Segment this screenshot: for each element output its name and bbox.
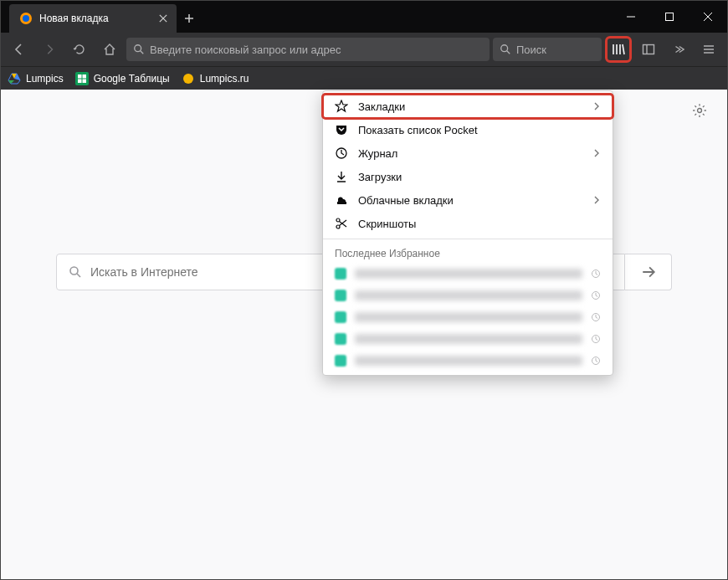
newtab-search-go-button[interactable] xyxy=(625,254,672,290)
clock-icon xyxy=(591,356,601,366)
bookmark-label: Google Таблицы xyxy=(94,73,170,85)
site-icon xyxy=(335,355,346,367)
active-tab[interactable]: Новая вкладка xyxy=(9,4,177,33)
bookmark-label: Lumpics.ru xyxy=(200,73,249,85)
recent-item-title xyxy=(355,312,582,322)
svg-rect-2 xyxy=(666,13,674,21)
svg-point-13 xyxy=(70,267,78,275)
chevron-right-icon xyxy=(592,102,601,110)
drive-icon xyxy=(8,72,21,85)
recent-item[interactable] xyxy=(323,285,613,306)
close-window-button[interactable] xyxy=(689,1,727,33)
newtab-search-placeholder: Искать в Интернете xyxy=(90,265,198,279)
bookmark-item[interactable]: Lumpics.ru xyxy=(182,72,249,85)
minimize-button[interactable] xyxy=(612,1,650,33)
recent-item[interactable] xyxy=(323,263,613,285)
panel-item-label: Показать список Pocket xyxy=(358,124,601,136)
download-icon xyxy=(335,170,348,183)
maximize-button[interactable] xyxy=(650,1,689,33)
recent-item-title xyxy=(355,334,582,344)
search-icon xyxy=(69,265,82,279)
newtab-settings-button[interactable] xyxy=(692,103,707,118)
bookmark-label: Lumpics xyxy=(26,73,64,85)
scissors-icon xyxy=(335,217,348,230)
search-bar[interactable]: Поиск xyxy=(493,38,602,61)
panel-item-label: Закладки xyxy=(358,100,582,113)
sheets-icon xyxy=(75,72,89,85)
site-icon xyxy=(182,72,195,85)
clock-icon xyxy=(591,269,601,279)
url-bar[interactable]: Введите поисковый запрос или адрес xyxy=(126,38,490,61)
site-icon xyxy=(335,333,346,345)
library-panel: ЗакладкиПоказать список PocketЖурналЗагр… xyxy=(322,90,613,376)
recent-item[interactable] xyxy=(323,350,613,372)
svg-point-15 xyxy=(336,218,340,222)
search-icon xyxy=(500,44,511,55)
clock-icon xyxy=(591,312,601,322)
library-button[interactable] xyxy=(605,36,632,63)
panel-item-label: Загрузки xyxy=(358,171,601,183)
svg-point-4 xyxy=(501,45,508,52)
close-tab-icon[interactable] xyxy=(156,12,170,25)
search-icon xyxy=(133,44,145,55)
panel-item-label: Облачные вкладки xyxy=(358,194,582,207)
recent-item-title xyxy=(355,269,582,279)
window-controls xyxy=(612,1,727,33)
panel-item-pocket[interactable]: Показать список Pocket xyxy=(323,118,613,141)
reload-button[interactable] xyxy=(66,36,93,63)
chevron-right-icon xyxy=(592,149,601,157)
panel-item-star[interactable]: Закладки xyxy=(323,95,613,118)
star-icon xyxy=(335,100,348,113)
back-button[interactable] xyxy=(6,36,33,63)
site-icon xyxy=(335,290,346,301)
cloud-icon xyxy=(335,193,348,207)
svg-point-11 xyxy=(183,74,193,84)
pocket-icon xyxy=(335,123,348,136)
firefox-icon xyxy=(19,12,33,25)
search-placeholder: Поиск xyxy=(516,44,546,56)
sidebar-button[interactable] xyxy=(635,36,662,63)
overflow-button[interactable] xyxy=(665,36,692,63)
nav-bar: Введите поисковый запрос или адрес Поиск xyxy=(1,33,727,66)
svg-point-16 xyxy=(336,225,340,228)
clock-icon xyxy=(591,290,601,300)
site-icon xyxy=(335,268,346,280)
home-button[interactable] xyxy=(96,36,123,63)
bookmark-item[interactable]: Google Таблицы xyxy=(75,72,170,85)
panel-item-download[interactable]: Загрузки xyxy=(323,165,613,188)
panel-item-label: Журнал xyxy=(358,147,582,160)
panel-item-label: Скриншоты xyxy=(358,218,601,230)
menu-button[interactable] xyxy=(695,36,722,63)
new-tab-button[interactable] xyxy=(177,4,202,33)
recent-item-title xyxy=(355,356,582,366)
svg-point-1 xyxy=(23,15,29,22)
bookmarks-toolbar: Lumpics Google Таблицы Lumpics.ru xyxy=(1,66,727,90)
recent-header: Последнее Избранное xyxy=(323,243,613,263)
forward-button[interactable] xyxy=(36,36,63,63)
site-icon xyxy=(335,311,346,323)
recent-item[interactable] xyxy=(323,306,613,328)
svg-point-12 xyxy=(698,109,702,113)
tab-title: Новая вкладка xyxy=(39,13,150,24)
clock-icon xyxy=(591,334,601,344)
bookmark-item[interactable]: Lumpics xyxy=(8,72,64,85)
history-icon xyxy=(335,146,348,160)
svg-point-3 xyxy=(135,45,141,52)
svg-rect-5 xyxy=(643,45,654,54)
recent-item[interactable] xyxy=(323,328,613,350)
panel-item-history[interactable]: Журнал xyxy=(323,141,613,165)
panel-item-cloud[interactable]: Облачные вкладки xyxy=(323,188,613,212)
separator xyxy=(323,239,613,239)
panel-item-scissors[interactable]: Скриншоты xyxy=(323,212,613,235)
url-placeholder: Введите поисковый запрос или адрес xyxy=(150,44,341,56)
recent-item-title xyxy=(355,290,582,300)
chevron-right-icon xyxy=(592,196,601,204)
title-bar: Новая вкладка xyxy=(1,1,727,33)
